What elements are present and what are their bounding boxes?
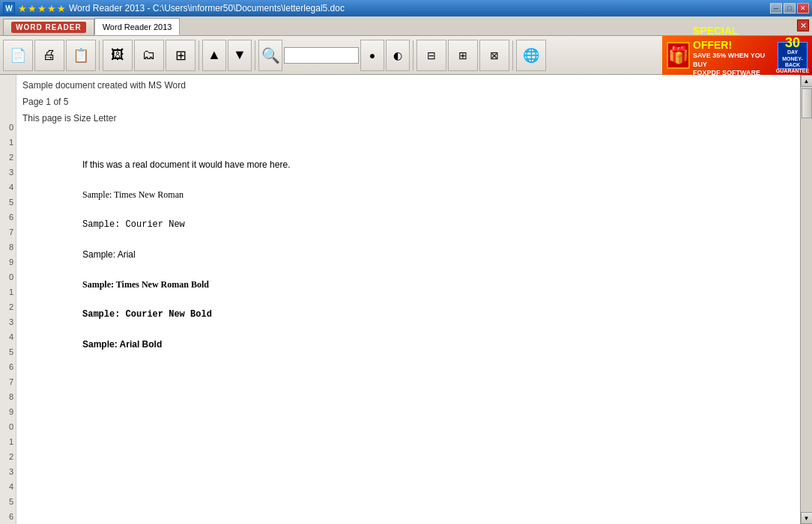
doc-info-2: Page 1 of 5 — [22, 94, 794, 109]
line-num-item: 4 — [0, 329, 13, 344]
vertical-scrollbar[interactable]: ▲ ▼ — [800, 75, 812, 524]
doc-text-line2: If this was a real document it would hav… — [82, 157, 290, 172]
toolbar-separator-2 — [199, 40, 199, 70]
ad-days-badge: 30 DAY MONEY-BACK GUARANTEE — [778, 42, 808, 69]
columns-icon: ⊞ — [175, 47, 187, 64]
doc-line-1 — [22, 142, 794, 157]
line-num-item: 2 — [0, 449, 13, 464]
toolbar-separator-1 — [99, 40, 100, 70]
zoom-btn2[interactable]: ⊞ — [448, 40, 478, 71]
zoom-icon3: ⊠ — [490, 49, 499, 61]
doc-info-3: This page is Size Letter — [22, 111, 794, 126]
tab-word-reader-logo[interactable]: WORD READER — [3, 19, 94, 35]
doc-line-7 — [22, 232, 794, 247]
line-num-item: 2 — [0, 299, 13, 314]
ad-banner[interactable]: 🎁 SPECIAL OFFER! SAVE 35% WHEN YOU BUY F… — [662, 36, 812, 75]
web-button[interactable]: 🌐 — [516, 40, 546, 71]
line-num-item: 8 — [0, 240, 13, 255]
doc-line-2: If this was a real document it would hav… — [22, 157, 794, 172]
doc-line-5 — [22, 202, 794, 217]
columns-button[interactable]: ⊞ — [166, 40, 196, 71]
doc-line-14: Sample: Arial Bold — [22, 337, 794, 352]
scroll-down-button[interactable]: ▼ — [801, 512, 813, 524]
doc-line-16 — [22, 367, 794, 382]
line-num-item: 2 — [0, 150, 13, 165]
doc-line-25 — [22, 502, 794, 517]
line-num-item: 5 — [0, 195, 13, 210]
doc-line-12: Sample: Courier New Bold — [22, 307, 794, 322]
image1-icon: 🖼 — [111, 47, 124, 63]
line-numbers: 0 1 2 3 4 5 6 7 8 9 0 1 2 3 4 5 6 7 8 9 … — [0, 75, 16, 524]
doc-line-13 — [22, 322, 794, 337]
line-num-item: 3 — [0, 165, 13, 180]
document-content[interactable]: Sample document created with MS Word Pag… — [16, 75, 800, 524]
line-num-item — [0, 75, 13, 90]
line-num-item: 1 — [0, 284, 13, 299]
line-num-item: 3 — [0, 464, 13, 479]
toolbar-separator-5 — [512, 40, 513, 70]
doc-text-line10: Sample: Times New Roman Bold — [82, 277, 209, 292]
line-num-item: 7 — [0, 225, 13, 240]
line-num-item — [0, 105, 13, 120]
nav-down-button[interactable]: ▼ — [228, 40, 252, 71]
doc-line-10: Sample: Times New Roman Bold — [22, 277, 794, 292]
line-num-item: 8 — [0, 389, 13, 404]
zoom-icon1: ⊟ — [427, 49, 436, 61]
page-view-button[interactable]: 📋 — [66, 40, 96, 71]
doc-line-24 — [22, 487, 794, 502]
zoom-btn3[interactable]: ⊠ — [479, 40, 509, 71]
doc-line-3 — [22, 172, 794, 187]
doc-line-11 — [22, 292, 794, 307]
ad-gift-icon: 🎁 — [667, 42, 690, 69]
line-num-item: 6 — [0, 210, 13, 225]
image2-icon: 🗂 — [142, 47, 156, 63]
page-view-icon: 📋 — [73, 47, 89, 64]
star-rating: ★ ★ ★ ★ ★ — [18, 3, 66, 14]
scroll-up-button[interactable]: ▲ — [801, 75, 813, 87]
zoom-icon2: ⊞ — [458, 49, 467, 61]
image1-button[interactable]: 🖼 — [103, 40, 133, 71]
line-num-item — [0, 90, 13, 105]
line-num-item: 4 — [0, 180, 13, 195]
app-icon: W — [3, 2, 15, 14]
page-of: of 5 — [53, 97, 68, 107]
doc-line-8: Sample: Arial — [22, 247, 794, 262]
tab-word-reader-2013[interactable]: Word Reader 2013 — [94, 18, 181, 35]
doc-line-21 — [22, 442, 794, 457]
scroll-thumb[interactable] — [802, 88, 812, 118]
doc-line-6: Sample: Courier New — [22, 217, 794, 232]
search-input[interactable] — [284, 47, 359, 64]
print-button[interactable]: 🖨 — [34, 40, 64, 71]
maximize-button[interactable]: □ — [784, 3, 796, 13]
line-num-item: 9 — [0, 404, 13, 419]
line-num-item: 3 — [0, 314, 13, 329]
tab-label: Word Reader 2013 — [103, 22, 172, 31]
star-2: ★ — [28, 3, 37, 14]
open-doc-button[interactable]: 📄 — [3, 40, 33, 71]
scroll-track[interactable] — [802, 87, 812, 512]
close-button[interactable]: ✕ — [797, 3, 809, 13]
minimize-button[interactable]: ─ — [770, 3, 782, 13]
search-prev-button[interactable]: ● — [360, 40, 384, 71]
search-next-button[interactable]: ◐ — [386, 40, 410, 71]
tabbar-close-button[interactable]: ✕ — [797, 19, 809, 31]
doc-line-22 — [22, 457, 794, 472]
zoom-btn1[interactable]: ⊟ — [416, 40, 446, 71]
doc-line-26 — [22, 517, 794, 524]
doc-line-18 — [22, 397, 794, 412]
nav-up-button[interactable]: ▲ — [202, 40, 226, 71]
web-icon: 🌐 — [523, 47, 539, 64]
toolbar: 📄 🖨 📋 🖼 🗂 ⊞ ▲ ▼ 🔍 ● ◐ ⊟ ⊞ ⊠ 🌐 🎁 SPE — [0, 36, 812, 75]
print-icon: 🖨 — [43, 47, 56, 63]
doc-text-line12: Sample: Courier New Bold — [82, 307, 212, 322]
star-3: ★ — [37, 3, 46, 14]
line-num-item: 1 — [0, 434, 13, 449]
doc-line-9 — [22, 262, 794, 277]
doc-line-20 — [22, 427, 794, 442]
window-controls: ─ □ ✕ — [770, 3, 809, 13]
search-zoom-button[interactable]: 🔍 — [258, 40, 282, 71]
line-num-item: 9 — [0, 255, 13, 269]
image2-button[interactable]: 🗂 — [134, 40, 164, 71]
star-4: ★ — [47, 3, 56, 14]
line-num-item: 7 — [0, 374, 13, 389]
